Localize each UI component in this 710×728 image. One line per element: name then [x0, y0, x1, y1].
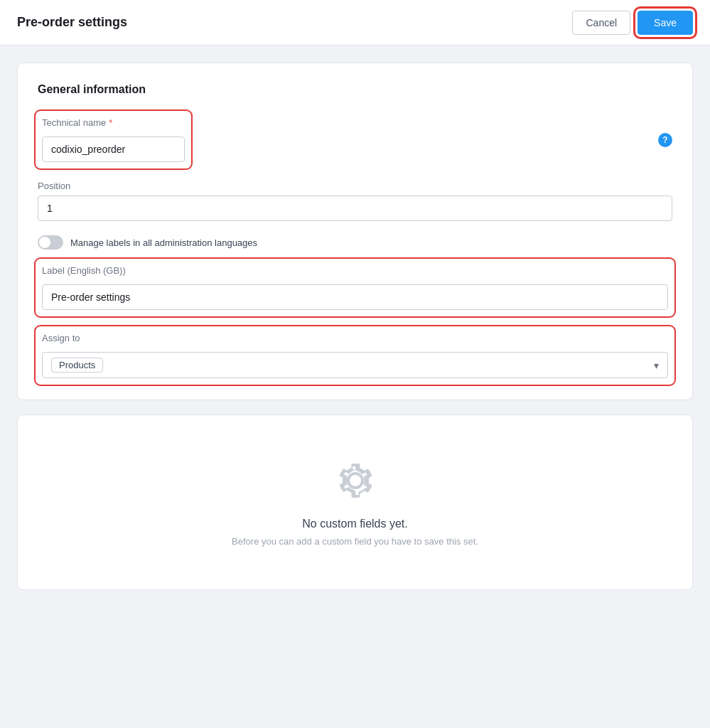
position-label: Position — [38, 181, 672, 191]
assign-to-highlight-wrapper: Assign to Products ▾ — [38, 328, 672, 382]
chevron-down-icon: ▾ — [654, 360, 659, 371]
position-group: Position — [38, 181, 672, 221]
empty-state-card: No custom fields yet. Before you can add… — [17, 414, 693, 590]
save-button[interactable]: Save — [638, 11, 693, 35]
page-title: Pre-order settings — [17, 15, 127, 30]
assign-to-inner: Assign to Products ▾ — [42, 333, 668, 378]
general-info-card: General information Technical name * ? — [17, 63, 693, 400]
main-content: General information Technical name * ? — [0, 46, 710, 607]
technical-name-group: Technical name * ? — [38, 113, 672, 166]
technical-name-inner: Technical name * — [42, 117, 185, 162]
label-gb-group: Label (English (GB)) — [38, 261, 672, 314]
label-gb-inner: Label (English (GB)) — [42, 265, 668, 310]
manage-labels-toggle[interactable] — [38, 235, 63, 250]
assign-to-group: Assign to Products ▾ — [38, 328, 672, 382]
page-header: Pre-order settings Cancel Save — [0, 0, 710, 46]
position-input[interactable] — [38, 196, 672, 221]
label-gb-highlight-wrapper: Label (English (GB)) — [38, 261, 672, 314]
assign-to-dropdown[interactable]: Products ▾ — [42, 352, 668, 378]
label-gb-input[interactable] — [42, 284, 668, 310]
products-tag: Products — [51, 358, 103, 373]
assign-tags: Products — [51, 358, 654, 373]
required-star: * — [109, 117, 112, 128]
technical-name-highlight-wrapper: Technical name * — [38, 113, 189, 166]
empty-subtitle: Before you can add a custom field you ha… — [232, 536, 478, 547]
toggle-label: Manage labels in all administration lang… — [70, 237, 257, 248]
help-icon[interactable]: ? — [658, 133, 672, 147]
header-actions: Cancel Save — [572, 11, 693, 35]
section-title: General information — [38, 83, 672, 96]
technical-name-label: Technical name * — [42, 117, 185, 128]
empty-title: No custom fields yet. — [302, 518, 408, 530]
label-gb-label: Label (English (GB)) — [42, 265, 668, 276]
cancel-button[interactable]: Cancel — [572, 11, 630, 35]
technical-name-input[interactable] — [42, 136, 185, 162]
assign-to-label: Assign to — [42, 333, 668, 343]
technical-name-label-row: Technical name * ? — [38, 113, 672, 166]
toggle-row: Manage labels in all administration lang… — [38, 235, 672, 250]
gear-icon — [333, 458, 378, 503]
